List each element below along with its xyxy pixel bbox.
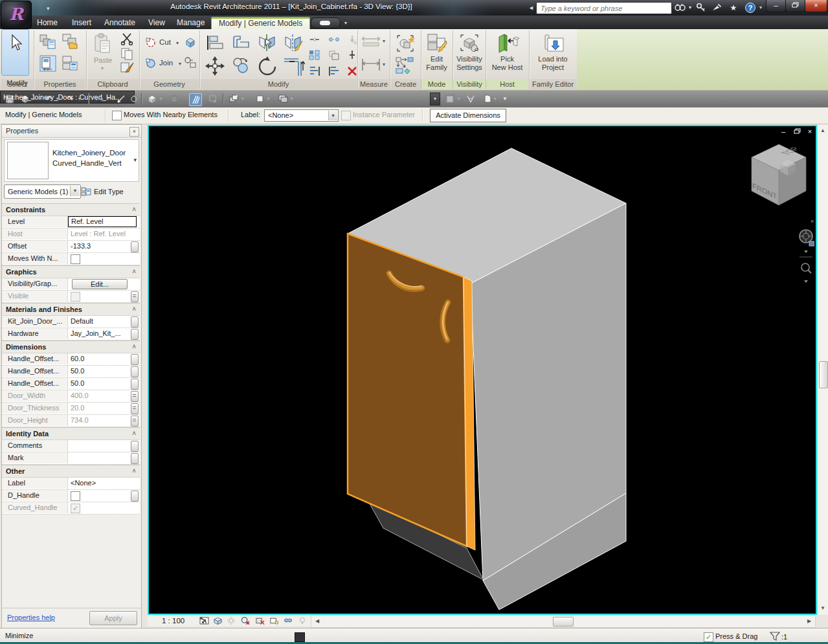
- array-icon[interactable]: [309, 50, 320, 60]
- design-options-icon[interactable]: [295, 632, 305, 642]
- help-icon[interactable]: ?: [744, 2, 759, 14]
- label-dropdown-icon[interactable]: ▾: [328, 111, 337, 120]
- detail-level-icon[interactable]: [199, 616, 209, 625]
- palette-close-icon[interactable]: ×: [129, 127, 139, 137]
- undo-dropdown-icon[interactable]: ▾: [54, 93, 60, 105]
- collapse-chevron-icon[interactable]: ˄: [132, 266, 136, 278]
- scroll-right-icon[interactable]: ▶: [805, 617, 814, 625]
- join-geometry-icon[interactable]: [145, 58, 157, 69]
- type-selector-dropdown-icon[interactable]: ▾: [430, 93, 440, 105]
- clean-screen-icon[interactable]: [254, 93, 265, 105]
- home-3d-icon[interactable]: [146, 93, 158, 105]
- search-input[interactable]: [536, 2, 672, 14]
- undo-icon[interactable]: ↶: [43, 93, 54, 105]
- horizontal-scrollbar[interactable]: ◀ ▶: [311, 615, 816, 628]
- join-label[interactable]: Join: [159, 59, 173, 67]
- associate-param-button[interactable]: [131, 316, 139, 328]
- edit-family-label-1[interactable]: Edit: [421, 55, 452, 63]
- associate-param-button[interactable]: [131, 241, 139, 252]
- measure-qat-icon[interactable]: [93, 93, 105, 105]
- trim-extend-icon[interactable]: [283, 56, 305, 77]
- subscription-key-icon[interactable]: [695, 2, 710, 14]
- view-restore-icon[interactable]: [792, 128, 802, 135]
- visibility-settings-label-2[interactable]: Settings: [453, 63, 486, 72]
- associate-param-button[interactable]: [131, 491, 139, 502]
- mirror-draw-axis-icon[interactable]: [283, 33, 304, 52]
- offset-icon[interactable]: [231, 34, 251, 51]
- user-interface-dropdown-icon[interactable]: ▾: [289, 93, 295, 105]
- activate-dimensions-button[interactable]: Activate Dimensions: [430, 109, 506, 122]
- visibility-settings-label-1[interactable]: Visibility: [453, 55, 486, 63]
- edit-family-icon[interactable]: [427, 33, 447, 54]
- measure-qat-dropdown-icon[interactable]: ▾: [105, 93, 111, 105]
- copy-element-icon[interactable]: [231, 56, 251, 74]
- press-drag-checkbox[interactable]: ✓: [704, 632, 713, 642]
- align-icon[interactable]: [205, 34, 225, 51]
- collapse-chevron-icon[interactable]: ˄: [132, 304, 136, 315]
- family-category-icon[interactable]: [62, 33, 78, 50]
- measure-dropdown-icon[interactable]: ▾: [383, 38, 385, 44]
- close-button[interactable]: ×: [805, 0, 827, 12]
- associate-param-button[interactable]: [131, 291, 139, 302]
- horizontal-scroll-thumb[interactable]: [553, 617, 574, 627]
- apply-button[interactable]: Apply: [89, 611, 137, 625]
- new-file-dropdown-icon[interactable]: ▾: [492, 93, 498, 105]
- panel-label-modify[interactable]: Modify: [200, 79, 357, 89]
- move-icon[interactable]: [205, 56, 225, 76]
- panel-label-host[interactable]: Host: [486, 79, 528, 89]
- infocenter-collapse-icon[interactable]: ◄: [528, 5, 534, 11]
- section-constraints[interactable]: Constraints˄: [2, 203, 140, 216]
- dimension-dropdown-icon[interactable]: ▾: [383, 61, 385, 67]
- moves-with-nearby-checkbox[interactable]: [112, 111, 122, 120]
- split-with-gap-icon[interactable]: [328, 34, 340, 45]
- visibility-settings-icon[interactable]: [459, 33, 480, 54]
- level-value-selected[interactable]: Ref. Level: [68, 216, 137, 227]
- section-icon[interactable]: [168, 93, 180, 105]
- panel-label-geometry[interactable]: Geometry: [140, 79, 199, 89]
- ribbon-style-pill[interactable]: [311, 17, 341, 28]
- switch-windows-icon[interactable]: [228, 93, 240, 105]
- panel-label-visibility[interactable]: Visibility: [453, 79, 486, 89]
- section-graphics[interactable]: Graphics˄: [2, 265, 140, 278]
- visibility-edit-button[interactable]: Edit...: [72, 279, 128, 289]
- type-selector-dropdown-icon[interactable]: ▾: [133, 157, 137, 163]
- vertical-scroll-thumb[interactable]: [819, 361, 828, 388]
- associate-param-button[interactable]: [131, 453, 139, 464]
- associate-param-button[interactable]: [131, 379, 139, 390]
- qat-customize-dropdown-icon[interactable]: ▼: [501, 93, 509, 105]
- ribbon-minimize-dropdown-icon[interactable]: ▾: [344, 20, 347, 26]
- drawing-area[interactable]: – × TOP FRONT RIGHT ×: [148, 125, 817, 615]
- paste-label[interactable]: Paste: [87, 56, 119, 65]
- unjoin-icon[interactable]: [184, 56, 197, 69]
- match-type-brush-icon[interactable]: [120, 61, 135, 74]
- associate-param-button[interactable]: [131, 416, 139, 427]
- favorites-star-icon[interactable]: ★: [726, 2, 741, 14]
- cut-label[interactable]: Cut: [159, 38, 171, 46]
- temporary-hide-isolate-icon[interactable]: [284, 616, 293, 625]
- paste-icon[interactable]: [93, 33, 113, 55]
- create-similar-icon[interactable]: [395, 56, 416, 74]
- mirror-pick-axis-icon[interactable]: [257, 33, 278, 52]
- associate-param-button[interactable]: [131, 441, 139, 452]
- crop-region-visible-icon[interactable]: [269, 616, 279, 625]
- cut-scissors-icon[interactable]: [120, 32, 135, 45]
- visual-style-icon[interactable]: [213, 616, 223, 625]
- help-dropdown-icon[interactable]: ▾: [757, 2, 764, 14]
- filter-funnel-icon[interactable]: [769, 631, 781, 642]
- collapse-chevron-icon[interactable]: ˄: [132, 341, 136, 353]
- restore-button[interactable]: [785, 0, 805, 12]
- properties-palette-icon[interactable]: [39, 55, 56, 72]
- edit-type-button[interactable]: Edit Type: [81, 186, 139, 197]
- tab-modify-generic-models[interactable]: Modify | Generic Models: [211, 17, 310, 30]
- panel-label-properties[interactable]: Properties: [34, 79, 85, 89]
- delete-icon[interactable]: [346, 65, 358, 77]
- panel-label-clipboard[interactable]: Clipboard: [87, 79, 139, 89]
- cut-geometry-icon[interactable]: [145, 37, 157, 49]
- tab-view[interactable]: View: [141, 17, 172, 29]
- switch-windows-dropdown-icon[interactable]: ▾: [240, 93, 245, 105]
- view-close-icon[interactable]: ×: [805, 128, 815, 135]
- user-interface-icon[interactable]: [277, 93, 289, 105]
- tab-manage[interactable]: Manage: [170, 17, 212, 29]
- default-3d-view-icon[interactable]: [19, 93, 31, 105]
- associate-param-button[interactable]: [131, 354, 139, 365]
